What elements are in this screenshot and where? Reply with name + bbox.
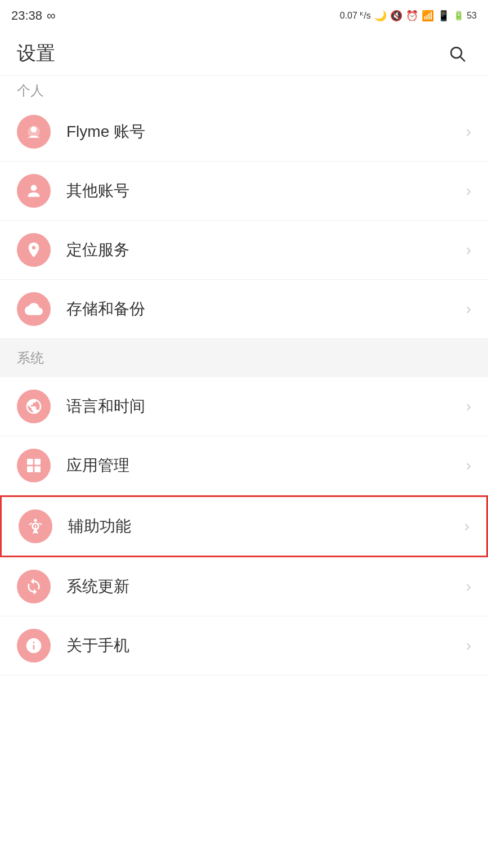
flyme-account-chevron: › [466,123,471,141]
app-icon [25,457,43,475]
about-phone-item[interactable]: 关于手机 › [0,616,488,675]
system-update-item[interactable]: 系统更新 › [0,557,488,616]
search-button[interactable] [443,39,471,68]
svg-rect-7 [27,466,33,472]
wifi-icon: 📶 [422,10,434,22]
globe-icon [25,397,43,415]
battery-level: 🔋 53 [453,10,477,21]
person-icon [25,182,43,200]
about-phone-chevron: › [466,637,471,655]
cloud-icon [25,300,43,318]
other-account-label: 其他账号 [66,180,466,202]
update-icon-circle [17,570,51,603]
page-title: 设置 [17,41,55,66]
status-infinity: ∞ [47,8,56,23]
system-update-chevron: › [466,578,471,596]
svg-point-9 [34,519,37,522]
flyme-icon [25,123,43,141]
status-time: 23:38 [11,8,42,23]
storage-chevron: › [466,300,471,318]
svg-rect-8 [34,466,41,472]
svg-point-4 [31,185,37,191]
other-account-chevron: › [466,182,471,200]
mute-icon: 🔇 [390,10,402,22]
language-chevron: › [466,397,471,415]
app-mgr-icon-circle [17,449,51,482]
app-management-chevron: › [466,457,471,475]
section-personal-label: 个人 [0,76,488,102]
info-icon [25,637,43,655]
svg-line-1 [461,57,465,61]
language-label: 语言和时间 [66,396,466,417]
moon-icon: 🌙 [374,10,387,22]
other-account-icon-circle [17,174,51,208]
app-management-label: 应用管理 [66,455,466,476]
storage-icon-circle [17,292,51,326]
other-account-item[interactable]: 其他账号 › [0,162,488,221]
location-icon-circle [17,233,51,267]
network-speed: 0.07 ᴷ/s [340,10,371,21]
location-label: 定位服务 [66,239,466,261]
flyme-account-item[interactable]: Flyme 账号 › [0,102,488,162]
accessibility-item[interactable]: 辅助功能 › [2,497,486,556]
status-left: 23:38 ∞ [11,8,56,23]
accessibility-label: 辅助功能 [68,516,464,537]
location-chevron: › [466,241,471,259]
system-settings-list: 语言和时间 › 应用管理 › [0,377,488,675]
svg-point-0 [451,47,462,58]
personal-settings-list: Flyme 账号 › 其他账号 › 定位服务 › 存储和备份 › [0,102,488,339]
location-icon [25,241,43,259]
storage-item[interactable]: 存储和备份 › [0,280,488,339]
system-update-label: 系统更新 [66,576,466,597]
header: 设置 [0,31,488,76]
update-icon [25,578,43,596]
language-icon-circle [17,390,51,423]
flyme-icon-circle [17,115,51,149]
flyme-account-label: Flyme 账号 [66,121,466,142]
search-icon [448,44,466,62]
storage-label: 存储和备份 [66,298,466,320]
accessibility-icon [26,517,44,535]
about-phone-label: 关于手机 [66,635,466,656]
svg-rect-5 [27,459,33,465]
status-right: 0.07 ᴷ/s 🌙 🔇 ⏰ 📶 📱 🔋 53 [340,10,477,22]
status-bar: 23:38 ∞ 0.07 ᴷ/s 🌙 🔇 ⏰ 📶 📱 🔋 53 [0,0,488,31]
accessibility-highlighted-wrapper: 辅助功能 › [0,495,488,557]
about-icon-circle [17,629,51,663]
language-item[interactable]: 语言和时间 › [0,377,488,436]
accessibility-chevron: › [464,517,469,535]
alarm-icon: ⏰ [406,10,418,22]
accessibility-icon-circle [19,509,52,543]
system-section-group: 系统 [0,339,488,377]
signal-icon: 📱 [437,10,450,22]
section-system-label: 系统 [17,350,44,365]
svg-rect-6 [34,459,41,465]
location-item[interactable]: 定位服务 › [0,221,488,280]
app-management-item[interactable]: 应用管理 › [0,436,488,495]
svg-point-3 [31,127,37,133]
